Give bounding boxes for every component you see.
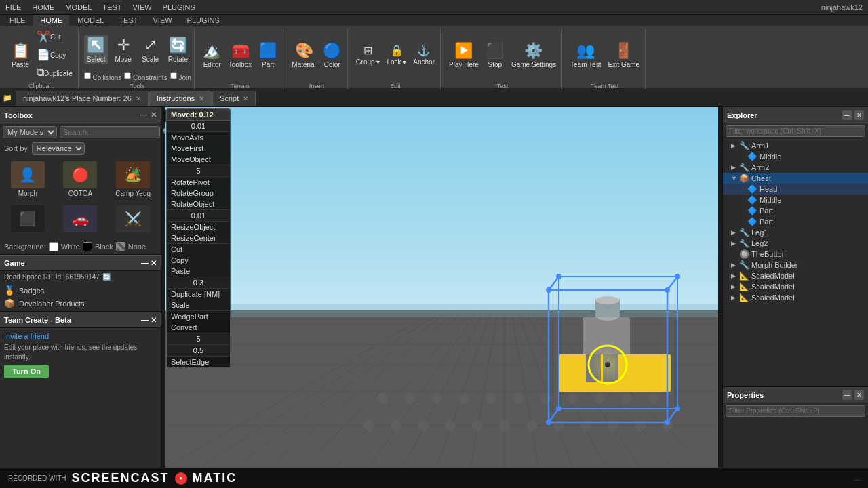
cmd-resize-center[interactable]: ResizeCenter xyxy=(167,232,230,243)
menu-plugins[interactable]: PLUGINS xyxy=(163,3,195,12)
team-close[interactable]: ✕ xyxy=(151,316,157,324)
tree-item-scaled1[interactable]: ▶ 📐 ScaledModel xyxy=(723,270,868,281)
lock-button[interactable]: 🔒 Lock ▾ xyxy=(384,43,409,67)
tree-item-thebutton[interactable]: 🔘 TheButton xyxy=(723,249,868,260)
tree-item-scaled2[interactable]: ▶ 📐 ScaledModel xyxy=(723,281,868,292)
toolbox-ribbon-button[interactable]: 🧰 Toolbox xyxy=(226,41,254,70)
cmd-scale[interactable]: Scale xyxy=(167,300,230,310)
constraints-checkbox[interactable] xyxy=(124,71,131,80)
developer-products-item[interactable]: 📦 Developer Products xyxy=(4,297,157,310)
menu-home[interactable]: HOME xyxy=(32,3,54,12)
tab-place-close[interactable]: ✕ xyxy=(136,95,141,102)
cmd-move-first[interactable]: MoveFirst xyxy=(167,143,230,154)
tree-item-scaled3[interactable]: ▶ 📐 ScaledModel xyxy=(723,292,868,303)
tab-script-close[interactable]: ✕ xyxy=(243,95,248,102)
tree-item-arm1[interactable]: ▶ 🔧 Arm1 xyxy=(723,140,868,151)
exit-game-button[interactable]: 🚪 Exit Game xyxy=(605,41,642,70)
tree-item-head[interactable]: 🔷 Head xyxy=(723,184,868,195)
cmd-copy[interactable]: Copy xyxy=(167,255,230,266)
tree-item-leg1[interactable]: ▶ 🔧 Leg1 xyxy=(723,227,868,238)
cmd-resize-object[interactable]: ResizeObject xyxy=(167,222,230,232)
toolbox-item-6[interactable]: ⚔️ xyxy=(108,203,158,237)
tree-item-middle2[interactable]: 🔷 Middle xyxy=(723,195,868,205)
sort-select[interactable]: Relevance xyxy=(32,142,85,155)
cmd-paste[interactable]: Paste xyxy=(167,266,230,277)
join-checkbox[interactable] xyxy=(170,71,177,80)
tab-model[interactable]: MODEL xyxy=(71,15,111,26)
tab-place[interactable]: ninjahawk12's Place Number: 26 ✕ xyxy=(16,91,149,106)
tree-item-arm2[interactable]: ▶ 🔧 Arm2 xyxy=(723,162,868,173)
tree-item-part2[interactable]: 🔷 Part xyxy=(723,216,868,227)
toolbox-item-camp[interactable]: 🏕️ Camp Yeug xyxy=(108,159,158,200)
bg-white-label[interactable]: White xyxy=(61,243,80,251)
play-here-button[interactable]: ▶️ Play Here xyxy=(446,41,481,70)
toolbox-search-input[interactable] xyxy=(60,126,160,138)
invite-friend[interactable]: Invite a friend xyxy=(4,331,157,342)
menu-test[interactable]: TEST xyxy=(102,3,121,12)
toolbox-minimize[interactable]: — xyxy=(140,110,148,119)
viewport[interactable]: Moved: 0.12 xyxy=(161,107,722,468)
tab-instructions-close[interactable]: ✕ xyxy=(199,95,204,102)
copy-button[interactable]: 📄Copy xyxy=(34,47,75,64)
editor-button[interactable]: 🏔️ Editor xyxy=(200,41,224,70)
tab-test[interactable]: TEST xyxy=(112,15,144,26)
cmd-move-object[interactable]: MoveObject xyxy=(167,154,230,165)
cmd-select-edge[interactable]: SelectEdge xyxy=(167,357,230,367)
material-button[interactable]: 🎨 Material xyxy=(289,41,319,70)
tree-item-middle1[interactable]: 🔷 Middle xyxy=(723,151,868,162)
toolbox-item-5[interactable]: 🚗 xyxy=(56,203,106,237)
explorer-filter-input[interactable] xyxy=(726,125,865,137)
collisions-checkbox[interactable] xyxy=(84,71,91,80)
tab-script[interactable]: Script ✕ xyxy=(212,91,256,106)
cmd-rotate-group[interactable]: RotateGroup xyxy=(167,188,230,199)
cmd-duplicate[interactable]: Duplicate [NM] xyxy=(167,289,230,300)
properties-minimize[interactable]: — xyxy=(842,390,852,400)
tree-item-chest[interactable]: ▼ 📦 Chest xyxy=(723,173,868,184)
bg-white-swatch[interactable] xyxy=(49,242,58,251)
tab-home[interactable]: HOME xyxy=(33,15,69,26)
menu-file[interactable]: FILE xyxy=(5,3,21,12)
properties-filter-input[interactable] xyxy=(726,405,865,417)
game-settings-button[interactable]: ⚙️ Game Settings xyxy=(509,41,559,70)
move-button[interactable]: ✛ Move xyxy=(111,35,136,64)
team-minimize[interactable]: — xyxy=(141,316,149,324)
tab-instructions[interactable]: Instructions ✕ xyxy=(149,91,212,106)
tree-item-morph-builder[interactable]: ▶ 🔧 Morph Builder xyxy=(723,260,868,270)
cmd-wedge-part[interactable]: WedgePart xyxy=(167,311,230,322)
properties-close[interactable]: ✕ xyxy=(854,390,864,400)
game-close[interactable]: ✕ xyxy=(151,259,157,267)
toolbox-close[interactable]: ✕ xyxy=(151,110,157,119)
explorer-close[interactable]: ✕ xyxy=(854,110,864,120)
game-minimize[interactable]: — xyxy=(141,259,149,267)
bg-none-swatch[interactable] xyxy=(116,242,125,251)
cmd-rotate-object[interactable]: RotateObject xyxy=(167,199,230,209)
tab-view[interactable]: VIEW xyxy=(146,15,178,26)
duplicate-button[interactable]: ⧉Duplicate xyxy=(34,65,75,81)
rotate-button[interactable]: 🔄 Rotate xyxy=(165,35,191,64)
badges-item[interactable]: 🏅 Badges xyxy=(4,284,157,297)
color-button[interactable]: 🔵 Color xyxy=(320,41,344,70)
tree-item-part1[interactable]: 🔷 Part xyxy=(723,205,868,216)
cut-button[interactable]: ✂️Cut xyxy=(34,28,75,45)
anchor-button[interactable]: ⚓ Anchor xyxy=(410,43,437,67)
cmd-convert[interactable]: Convert xyxy=(167,322,230,333)
part-button[interactable]: 🟦 Part xyxy=(256,41,280,70)
bg-none-label[interactable]: None xyxy=(128,243,146,251)
paste-button[interactable]: 📋 Paste xyxy=(8,41,33,70)
select-button[interactable]: ↖️ Select xyxy=(84,35,108,64)
bg-black-swatch[interactable] xyxy=(83,242,92,251)
toolbox-item-4[interactable]: ⬛ xyxy=(3,203,53,237)
my-models-select[interactable]: My Models xyxy=(3,126,57,138)
cmd-move-axis[interactable]: MoveAxis xyxy=(167,132,230,143)
cmd-cut[interactable]: Cut xyxy=(167,244,230,255)
stop-button[interactable]: ⬛ Stop xyxy=(483,41,507,70)
menu-model[interactable]: MODEL xyxy=(65,3,92,12)
bg-black-label[interactable]: Black xyxy=(95,243,113,251)
toolbox-item-morph[interactable]: 👤 Morph xyxy=(3,159,53,200)
scale-button[interactable]: ⤢ Scale xyxy=(138,35,163,64)
toolbox-item-cotoa[interactable]: 🔴 COTOA xyxy=(56,159,106,200)
team-test-button[interactable]: 👥 Team Test xyxy=(568,41,604,70)
tab-plugins[interactable]: PLUGINS xyxy=(180,15,226,26)
tab-file[interactable]: FILE xyxy=(3,15,32,26)
group-button[interactable]: ⊞ Group ▾ xyxy=(353,43,383,67)
